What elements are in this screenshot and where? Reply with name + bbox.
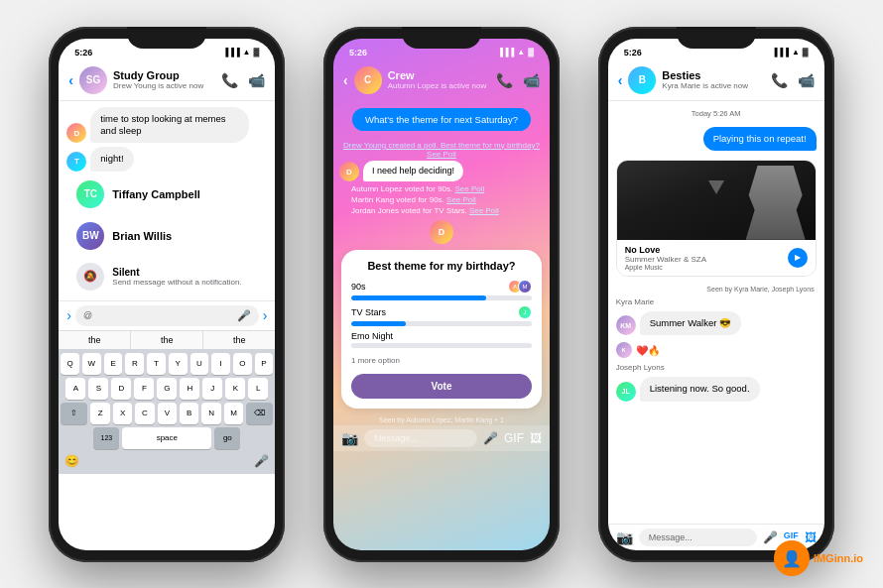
- scene: 5:26 ▐▐▐ ▲ ▓ ‹ SG Study Group Drew Young…: [0, 0, 883, 588]
- key-h[interactable]: H: [180, 378, 199, 400]
- status-icons-2: ▐▐▐ ▲ ▓: [497, 48, 534, 57]
- music-play-button[interactable]: ▶: [788, 248, 808, 268]
- back-button-1[interactable]: ‹: [68, 72, 73, 88]
- key-e[interactable]: E: [104, 353, 123, 375]
- key-j[interactable]: J: [202, 378, 222, 400]
- mic-icon-kb[interactable]: 🎤: [254, 454, 269, 468]
- key-d[interactable]: D: [111, 378, 131, 400]
- key-b[interactable]: B: [180, 403, 198, 424]
- gif-icon-2[interactable]: GIF: [504, 431, 524, 445]
- input-field-2[interactable]: Message...: [364, 429, 477, 447]
- poll-option-label-2: TV Stars J: [351, 305, 532, 319]
- camera-icon-3[interactable]: 📷: [616, 529, 633, 545]
- back-button-3[interactable]: ‹: [618, 72, 623, 88]
- contact-tiffany[interactable]: TC Tiffany Campbell: [66, 176, 267, 213]
- see-poll-link-3[interactable]: See Poll: [446, 195, 476, 204]
- key-r[interactable]: R: [125, 353, 144, 375]
- video-icon-2[interactable]: 📹: [523, 72, 540, 88]
- see-poll-link-2[interactable]: See Poll: [455, 184, 485, 193]
- sent-msg-row: Playing this on repeat!: [608, 125, 824, 153]
- phone-icon-3[interactable]: 📞: [771, 72, 788, 88]
- music-card: No Love Summer Walker & SZA Apple Music …: [616, 160, 817, 277]
- key-go[interactable]: go: [214, 427, 240, 449]
- phone-icon-2[interactable]: 📞: [496, 72, 513, 88]
- drew-msg: I need help deciding!: [363, 161, 463, 182]
- see-poll-link-4[interactable]: See Poll: [469, 206, 499, 215]
- key-backspace[interactable]: ⌫: [246, 403, 273, 424]
- key-space[interactable]: space: [122, 427, 211, 449]
- date-divider-3: Today 5:26 AM: [608, 105, 824, 122]
- key-x[interactable]: X: [113, 403, 132, 424]
- phone-icon-1[interactable]: 📞: [221, 72, 238, 88]
- send-icon-1[interactable]: ›: [263, 307, 268, 323]
- key-n[interactable]: N: [201, 403, 220, 424]
- expand-icon-1[interactable]: ›: [66, 307, 71, 323]
- sticker-icon-2[interactable]: 🖼: [530, 431, 542, 445]
- key-p[interactable]: P: [255, 353, 274, 375]
- chat-body-3: Today 5:26 AM Playing this on repeat!: [608, 101, 824, 524]
- emoji-icon-kb[interactable]: 😊: [64, 454, 79, 468]
- kb-row-4: 123 space go: [61, 427, 273, 449]
- key-i[interactable]: I: [211, 353, 230, 375]
- phone-2: 5:26 ▐▐▐ ▲ ▓ ‹ C Crew Autumn Lopez is ac…: [323, 27, 560, 562]
- music-title: No Love: [625, 245, 782, 255]
- wifi-icon-1: ▲: [243, 48, 251, 57]
- group-name-1: Study Group: [113, 69, 215, 81]
- key-shift[interactable]: ⇧: [61, 403, 87, 424]
- key-z[interactable]: Z: [90, 403, 109, 424]
- ac-3[interactable]: the: [203, 331, 275, 349]
- kyra-label: Kyra Marie: [608, 297, 824, 306]
- key-k[interactable]: K: [225, 378, 245, 400]
- input-field-3[interactable]: Message...: [639, 529, 757, 546]
- music-artist: Summer Walker & SZA: [625, 255, 782, 264]
- ac-1[interactable]: the: [59, 331, 131, 349]
- see-poll-link-1[interactable]: See Poll: [427, 150, 456, 159]
- key-u[interactable]: U: [190, 353, 209, 375]
- input-icons-2: 🎤 GIF 🖼: [483, 431, 542, 445]
- msg-1: time to stop looking at memes and sleep: [90, 107, 249, 144]
- voice-icon-1[interactable]: 🎤: [237, 309, 251, 322]
- key-f[interactable]: F: [134, 378, 154, 400]
- key-s[interactable]: S: [88, 378, 108, 400]
- key-w[interactable]: W: [82, 353, 101, 375]
- key-q[interactable]: Q: [61, 353, 79, 375]
- poll-option-label-3: Emo Night: [351, 331, 532, 341]
- screen-3: 5:26 ▐▐▐ ▲ ▓ ‹ B Besties Kyra Marie is a…: [608, 39, 824, 550]
- msg-row-2: T night!: [66, 147, 267, 171]
- seen-text: Seen by Kyra Marie, Joseph Lyons: [608, 284, 824, 294]
- contact-avatar-tiffany: TC: [76, 180, 104, 208]
- kyra-reaction-row: K ❤️🔥: [608, 340, 824, 360]
- kyra-avatar: KM: [616, 315, 636, 335]
- key-y[interactable]: Y: [169, 353, 188, 375]
- key-m[interactable]: M: [224, 403, 243, 424]
- ac-2[interactable]: the: [131, 331, 203, 349]
- status-time-3: 5:26: [624, 48, 642, 58]
- msg-2: night!: [90, 147, 133, 171]
- music-info: No Love Summer Walker & SZA Apple Music …: [617, 240, 816, 276]
- key-t[interactable]: T: [147, 353, 166, 375]
- signal-icon-3: ▐▐▐: [772, 48, 789, 57]
- camera-icon-2[interactable]: 📷: [341, 430, 358, 446]
- contact-brian[interactable]: BW Brian Willis: [66, 217, 267, 255]
- input-bar-1: › @ 🎤 ›: [59, 300, 275, 330]
- video-icon-3[interactable]: 📹: [798, 72, 815, 88]
- silent-item[interactable]: 🔕 Silent Send message without a notifica…: [66, 259, 267, 294]
- notch-3: [677, 27, 756, 49]
- msg-avatar-1: D: [66, 123, 86, 143]
- key-g[interactable]: G: [157, 378, 177, 400]
- vote-button[interactable]: Vote: [351, 374, 532, 399]
- watermark-text: IMGinn.io: [814, 552, 863, 564]
- mic-icon-2[interactable]: 🎤: [483, 431, 498, 445]
- key-123[interactable]: 123: [93, 427, 119, 449]
- video-icon-1[interactable]: 📹: [248, 72, 265, 88]
- input-field-1[interactable]: @ 🎤: [75, 305, 259, 326]
- back-button-2[interactable]: ‹: [343, 72, 348, 88]
- poll-title: Best theme for my birthday?: [351, 260, 532, 272]
- key-a[interactable]: A: [65, 378, 85, 400]
- battery-icon-3: ▓: [803, 48, 809, 57]
- key-v[interactable]: V: [158, 403, 177, 424]
- key-o[interactable]: O: [233, 353, 252, 375]
- key-l[interactable]: L: [248, 378, 268, 400]
- key-c[interactable]: C: [135, 403, 154, 424]
- group-name-2: Crew: [388, 69, 490, 81]
